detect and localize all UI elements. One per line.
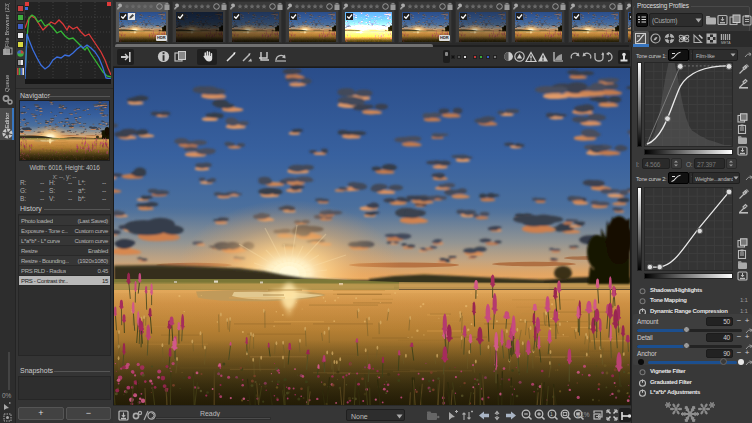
svg-text:META: META [721, 41, 731, 45]
svg-text:1: 1 [550, 411, 553, 417]
